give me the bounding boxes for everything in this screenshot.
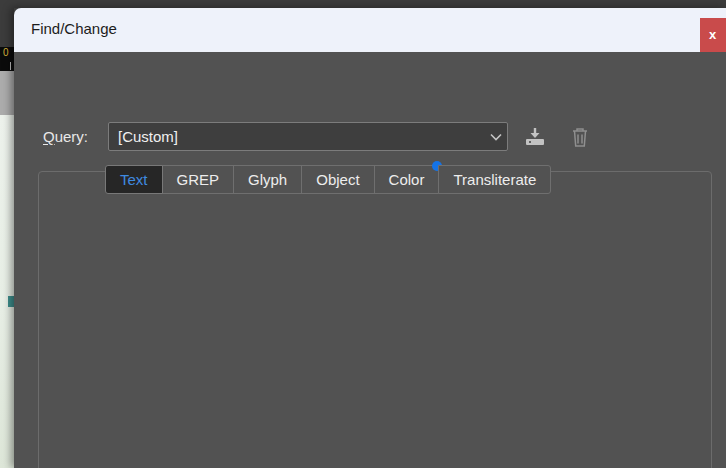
chevron-down-icon — [485, 133, 507, 141]
dialog-title: Find/Change — [31, 20, 117, 37]
tab-text[interactable]: Text — [105, 165, 163, 194]
query-label: Query: — [43, 128, 88, 145]
close-button[interactable]: x — [700, 18, 726, 52]
text-tab-panel — [38, 171, 712, 468]
delete-query-icon[interactable] — [566, 123, 594, 151]
tab-glyph[interactable]: Glyph — [233, 165, 302, 194]
pasteboard-strip — [0, 71, 14, 115]
tab-grep[interactable]: GREP — [162, 165, 235, 194]
tab-object[interactable]: Object — [301, 165, 374, 194]
ruler-tick — [10, 62, 11, 70]
ruler-origin: 0 — [0, 47, 14, 71]
tab-transliterate[interactable]: Transliterate — [438, 165, 551, 194]
tab-color[interactable]: Color — [374, 165, 440, 194]
mode-tabs: Text GREP Glyph Object Color Translitera… — [105, 165, 551, 194]
save-query-icon[interactable] — [520, 123, 550, 151]
query-value: [Custom] — [109, 128, 485, 145]
document-page-edge — [0, 115, 14, 468]
close-icon: x — [709, 27, 716, 42]
dialog-body: Query: [Custom] — [14, 52, 726, 468]
query-dropdown[interactable]: [Custom] — [108, 122, 508, 151]
find-change-dialog: Find/Change x Query: [Custom] — [14, 8, 726, 468]
dialog-titlebar[interactable]: Find/Change x — [14, 8, 726, 52]
